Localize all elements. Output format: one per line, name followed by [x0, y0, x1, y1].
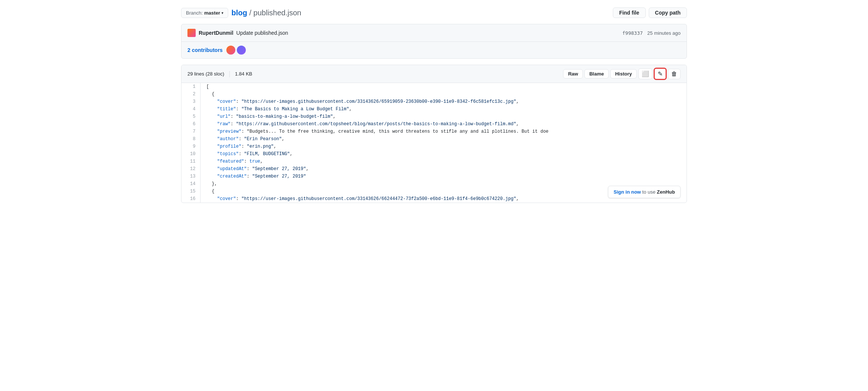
line-number: 16	[181, 195, 200, 203]
copy-path-button[interactable]: Copy path	[649, 7, 687, 18]
author-avatar	[187, 29, 196, 37]
line-code: "url": "basics-to-making-a-low-budget-fi…	[200, 113, 687, 120]
stats-separator: |	[229, 70, 230, 78]
commit-message: Update published.json	[236, 30, 288, 36]
line-number: 2	[181, 90, 200, 98]
contributors-link[interactable]: 2 contributors	[187, 47, 223, 53]
file-viewer: 29 lines (28 sloc) | 1.84 KB Raw Blame H…	[181, 65, 687, 203]
blame-button[interactable]: Blame	[584, 69, 609, 78]
line-code: "createdAt": "September 27, 2019"	[200, 173, 687, 180]
edit-button[interactable]: ✎	[654, 68, 666, 80]
zenhub-to-use-text: to use	[641, 189, 657, 195]
file-size: 1.84 KB	[235, 71, 252, 77]
line-number: 13	[181, 173, 200, 180]
line-number: 11	[181, 158, 200, 165]
zenhub-signin-banner: Sign in now to use ZenHub	[608, 186, 681, 198]
line-code: [	[200, 83, 687, 90]
table-row: 11 "featured": true,	[181, 158, 687, 165]
commit-author: RupertDunmil Update published.json	[187, 29, 288, 37]
line-number: 15	[181, 188, 200, 195]
breadcrumb: blog / published.json	[231, 9, 301, 17]
top-bar: Branch: master ▾ blog / published.json F…	[181, 7, 687, 18]
breadcrumb-repo-link[interactable]: blog	[231, 9, 247, 17]
file-header: 29 lines (28 sloc) | 1.84 KB Raw Blame H…	[181, 65, 687, 83]
chevron-down-icon: ▾	[221, 11, 223, 15]
line-code: "cover": "https://user-images.githubuser…	[200, 98, 687, 105]
line-number: 1	[181, 83, 200, 90]
zenhub-product-name: ZenHub	[657, 189, 675, 195]
delete-button[interactable]: 🗑	[668, 69, 681, 79]
line-number: 6	[181, 120, 200, 128]
table-row: 7 "preview": "Budgets... To the free thi…	[181, 128, 687, 135]
branch-name: master	[204, 10, 220, 16]
contributor-avatar-1	[226, 46, 235, 55]
line-code: "raw": "https://raw.githubusercontent.co…	[200, 120, 687, 128]
top-bar-right: Find file Copy path	[613, 7, 687, 18]
breadcrumb-sep: /	[247, 9, 254, 17]
code-table: 1[2 {3 "cover": "https://user-images.git…	[181, 83, 687, 203]
line-number: 3	[181, 98, 200, 105]
line-code: "preview": "Budgets... To the free think…	[200, 128, 687, 135]
table-row: 6 "raw": "https://raw.githubusercontent.…	[181, 120, 687, 128]
line-number: 4	[181, 105, 200, 113]
commit-footer: 2 contributors	[181, 42, 687, 58]
file-actions: Raw Blame History ⬜ ✎ 🗑	[563, 68, 681, 80]
table-row: 3 "cover": "https://user-images.githubus…	[181, 98, 687, 105]
commit-box: RupertDunmil Update published.json f9983…	[181, 24, 687, 59]
lines-info: 29 lines (28 sloc)	[187, 71, 224, 77]
file-stats: 29 lines (28 sloc) | 1.84 KB	[187, 70, 252, 78]
table-row: 9 "profile": "erin.png",	[181, 143, 687, 150]
line-code: "featured": true,	[200, 158, 687, 165]
line-code: "profile": "erin.png",	[200, 143, 687, 150]
line-number: 14	[181, 180, 200, 188]
commit-timestamp: 25 minutes ago	[647, 30, 681, 36]
table-row: 2 {	[181, 90, 687, 98]
table-row: 8 "author": "Erin Pearson",	[181, 135, 687, 143]
line-code: "author": "Erin Pearson",	[200, 135, 687, 143]
find-file-button[interactable]: Find file	[613, 7, 646, 18]
table-row: 10 "topics": "FILM, BUDGETING",	[181, 150, 687, 158]
line-number: 9	[181, 143, 200, 150]
author-name[interactable]: RupertDunmil	[199, 30, 233, 36]
raw-button[interactable]: Raw	[563, 69, 583, 78]
top-bar-left: Branch: master ▾ blog / published.json	[181, 8, 301, 18]
table-row: 13 "createdAt": "September 27, 2019"	[181, 173, 687, 180]
line-number: 8	[181, 135, 200, 143]
pencil-icon: ✎	[658, 70, 663, 77]
line-code: "title": "The Basics to Making a Low Bud…	[200, 105, 687, 113]
breadcrumb-file: published.json	[253, 9, 301, 17]
table-row: 1[	[181, 83, 687, 90]
line-number: 10	[181, 150, 200, 158]
commit-sha[interactable]: f998337	[622, 30, 643, 36]
line-code: "updatedAt": "September 27, 2019",	[200, 165, 687, 173]
line-number: 12	[181, 165, 200, 173]
line-number: 5	[181, 113, 200, 120]
monitor-icon: ⬜	[642, 70, 649, 77]
table-row: 12 "updatedAt": "September 27, 2019",	[181, 165, 687, 173]
code-content: 1[2 {3 "cover": "https://user-images.git…	[181, 83, 687, 203]
monitor-button[interactable]: ⬜	[638, 68, 652, 79]
contributor-avatar-2	[237, 46, 246, 55]
table-row: 4 "title": "The Basics to Making a Low B…	[181, 105, 687, 113]
line-code: {	[200, 90, 687, 98]
branch-label: Branch:	[186, 10, 203, 16]
commit-header: RupertDunmil Update published.json f9983…	[181, 24, 687, 42]
line-code: "topics": "FILM, BUDGETING",	[200, 150, 687, 158]
history-button[interactable]: History	[610, 69, 637, 78]
zenhub-sign-in-link[interactable]: Sign in now	[614, 189, 641, 195]
line-number: 7	[181, 128, 200, 135]
contributors-avatars	[226, 46, 246, 55]
branch-selector[interactable]: Branch: master ▾	[181, 8, 228, 18]
trash-icon: 🗑	[671, 71, 677, 77]
commit-meta: f998337 25 minutes ago	[622, 30, 681, 36]
table-row: 5 "url": "basics-to-making-a-low-budget-…	[181, 113, 687, 120]
